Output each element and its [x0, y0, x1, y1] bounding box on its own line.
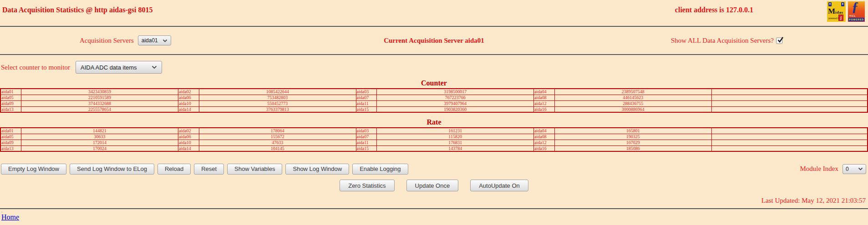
- cell-label: aida02: [178, 128, 199, 134]
- cell-value: 143784: [377, 145, 534, 151]
- midas-logo[interactable]: Midas powered by ʃ: [827, 1, 846, 22]
- select-counter-label: Select counter to monitor: [1, 64, 70, 71]
- cell-label: aida02: [178, 89, 199, 95]
- footer-dot: .: [1, 209, 868, 213]
- cell-filler: [711, 95, 868, 100]
- tcl-powered-logo[interactable]: ƒ TCL POWERED: [848, 1, 865, 22]
- module-index-group: Module Index 0: [800, 164, 866, 174]
- cell-label: aida04: [534, 128, 555, 134]
- show-all-checkbox[interactable]: [776, 37, 782, 44]
- counter-section-title: Counter: [0, 80, 868, 87]
- cell-value: 167029: [554, 140, 711, 145]
- cell-label: aida14: [178, 145, 199, 151]
- cell-value: 178064: [199, 128, 356, 134]
- cell-filler: [711, 89, 868, 95]
- cell-label: aida13: [0, 145, 21, 151]
- cell-value: 446145623: [554, 95, 711, 100]
- current-server-text-wrap: Current Acquisition Server aida01: [384, 37, 484, 45]
- chevron-down-icon: [858, 167, 863, 170]
- cell-filler: [711, 134, 868, 140]
- cell-value: 3763379813: [199, 106, 356, 112]
- cell-value: 3744332688: [21, 100, 178, 106]
- module-index-label: Module Index: [800, 165, 838, 173]
- table-row: aida0530633aida06155672aida07115820aida0…: [0, 134, 868, 140]
- cell-label: aida11: [356, 100, 377, 106]
- table-row: aida13170024aida14104145aida15143784aida…: [0, 145, 868, 151]
- server-row: Acquisition Servers aida01 Current Acqui…: [0, 27, 868, 54]
- counter-monitor-select[interactable]: AIDA ADC data items: [76, 61, 162, 74]
- table-row: aida093744332688aida10550452773aida11397…: [0, 100, 868, 106]
- cell-value: 30633: [21, 134, 178, 140]
- show-log-window-button[interactable]: Show Log Window: [285, 164, 349, 175]
- cell-label: aida12: [534, 100, 555, 106]
- page-title: Data Acquisition Statistics @ http aidas…: [2, 6, 152, 14]
- cell-label: aida10: [178, 140, 199, 145]
- tcl-logo-text: TCL: [849, 15, 856, 17]
- table-row: aida09172014aida1047633aida11176831aida1…: [0, 140, 868, 145]
- cell-label: aida06: [178, 95, 199, 100]
- cell-label: aida06: [178, 134, 199, 140]
- cell-value: 753482803: [199, 95, 356, 100]
- update-once-button[interactable]: Update Once: [406, 180, 459, 191]
- cell-value: 3423430859: [21, 89, 178, 95]
- cell-filler: [711, 100, 868, 106]
- cell-value: 170024: [21, 145, 178, 151]
- cell-value: 288436755: [554, 100, 711, 106]
- cell-value: 47633: [199, 140, 356, 145]
- chevron-down-icon: [152, 65, 157, 69]
- cell-value: 3979407964: [377, 100, 534, 106]
- tcl-feather-icon: ƒ: [852, 1, 858, 14]
- cell-value: 550452773: [199, 100, 356, 106]
- cell-label: aida03: [356, 128, 377, 134]
- check-icon: [777, 36, 784, 43]
- chevron-down-icon: [162, 39, 168, 42]
- tcl-powered-text: POWERED: [848, 18, 864, 21]
- table-row: aida013423430859aida021085422644aida0331…: [0, 89, 868, 95]
- header: Data Acquisition Statistics @ http aidas…: [0, 0, 868, 26]
- autoupdate-on-button[interactable]: AutoUpdate On: [470, 180, 528, 191]
- cell-label: aida07: [356, 134, 377, 140]
- cell-filler: [711, 106, 868, 112]
- cell-label: aida16: [534, 145, 555, 151]
- acquisition-server-select[interactable]: aida01: [138, 35, 171, 45]
- cell-label: aida15: [356, 106, 377, 112]
- empty-log-window-button[interactable]: Empty Log Window: [1, 164, 66, 175]
- cell-value: 165801: [554, 128, 711, 134]
- cell-label: aida05: [0, 134, 21, 140]
- acquisition-servers-label: Acquisition Servers: [80, 37, 134, 45]
- table-row: aida132255578654aida143763379813aida1519…: [0, 106, 868, 112]
- shield-icon: [841, 2, 844, 6]
- cell-value: 1085422644: [199, 89, 356, 95]
- cell-label: aida12: [534, 140, 555, 145]
- cell-value: 155672: [199, 134, 356, 140]
- enable-logging-button[interactable]: Enable Logging: [352, 164, 408, 175]
- select-value: 0: [846, 166, 849, 172]
- cell-value: 190325: [554, 134, 711, 140]
- zero-statistics-button[interactable]: Zero Statistics: [340, 180, 394, 191]
- home-link[interactable]: Home: [1, 213, 19, 221]
- cell-value: 2255578654: [21, 106, 178, 112]
- cell-value: 185086: [554, 145, 711, 151]
- cell-value: 3000886964: [554, 106, 711, 112]
- counter-table: aida013423430859aida021085422644aida0331…: [0, 88, 868, 113]
- cell-value: 3198500017: [377, 89, 534, 95]
- cell-label: aida01: [0, 128, 21, 134]
- show-variables-button[interactable]: Show Variables: [227, 164, 282, 175]
- rate-section-title: Rate: [0, 119, 868, 126]
- client-address-text: client address is 127.0.0.1: [675, 6, 753, 14]
- reload-button[interactable]: Reload: [157, 164, 191, 175]
- send-log-to-elog-button[interactable]: Send Log Window to ELog: [70, 164, 154, 175]
- cell-value: 104145: [199, 145, 356, 151]
- table-row: aida052210591589aida06753482803aida07767…: [0, 95, 868, 100]
- cell-value: 176831: [377, 140, 534, 145]
- cell-value: 2210591589: [21, 95, 178, 100]
- cell-label: aida01: [0, 89, 21, 95]
- reset-button[interactable]: Reset: [194, 164, 224, 175]
- table-row: aida01144821aida02178064aida03161231aida…: [0, 128, 868, 134]
- cell-value: 172014: [21, 140, 178, 145]
- cell-label: aida05: [0, 95, 21, 100]
- cell-filler: [711, 140, 868, 145]
- show-all-group: Show ALL Data Acquisition Servers?: [671, 37, 782, 45]
- cell-label: aida16: [534, 106, 555, 112]
- module-index-select[interactable]: 0: [843, 164, 866, 174]
